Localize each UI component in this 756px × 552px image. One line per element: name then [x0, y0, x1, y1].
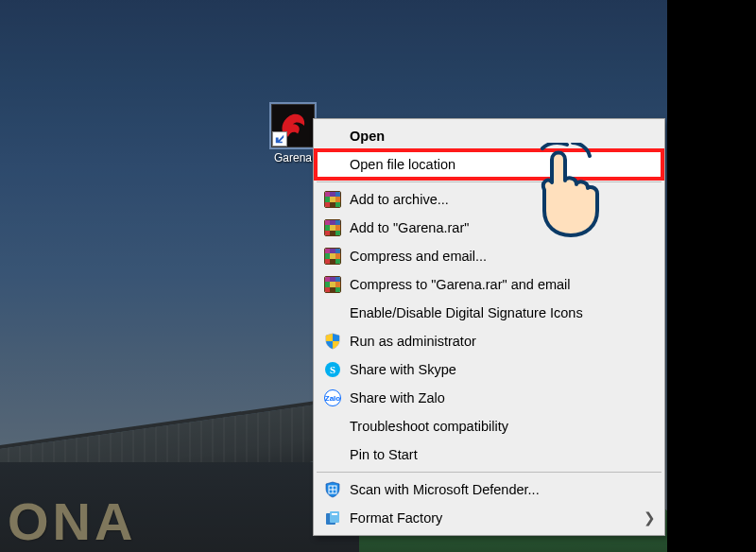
- blank-icon: [321, 155, 344, 174]
- menu-item-label: Run as administrator: [350, 334, 644, 349]
- defender-icon: [321, 480, 344, 499]
- menu-item-troubleshoot-compatibility[interactable]: Troubleshoot compatibility: [316, 412, 662, 440]
- menu-item-add-to-archive[interactable]: Add to archive...: [316, 185, 662, 214]
- blank-icon: [321, 417, 344, 436]
- svg-rect-7: [332, 513, 337, 515]
- menu-item-open-file-location[interactable]: Open file location: [316, 150, 662, 179]
- menu-item-compress-and-email[interactable]: Compress and email...: [316, 242, 662, 270]
- menu-item-toggle-signature-icons[interactable]: Enable/Disable Digital Signature Icons: [316, 299, 662, 327]
- menu-item-label: Scan with Microsoft Defender...: [350, 482, 644, 497]
- menu-item-label: Enable/Disable Digital Signature Icons: [350, 305, 644, 320]
- blank-icon: [321, 127, 344, 146]
- garena-dragon-icon: [271, 104, 315, 147]
- menu-item-label: Open: [350, 129, 644, 144]
- shortcut-overlay-arrow-icon: [272, 131, 287, 147]
- winrar-icon: [321, 190, 344, 209]
- menu-item-label: Compress and email...: [350, 249, 644, 264]
- menu-item-label: Format Factory: [350, 510, 644, 526]
- skype-icon: S: [321, 360, 344, 379]
- winrar-icon: [321, 275, 344, 294]
- menu-item-share-with-zalo[interactable]: Zalo Share with Zalo: [316, 384, 662, 412]
- menu-item-scan-with-defender[interactable]: Scan with Microsoft Defender...: [316, 475, 662, 504]
- menu-item-add-to-garena-rar[interactable]: Add to "Garena.rar": [316, 214, 662, 242]
- menu-separator: [317, 181, 662, 182]
- zalo-icon: Zalo: [321, 388, 344, 407]
- context-menu: Open Open file location Add to archive..…: [313, 118, 665, 536]
- menu-separator: [317, 472, 662, 473]
- menu-item-label: Pin to Start: [350, 447, 644, 462]
- blank-icon: [321, 303, 344, 322]
- blank-icon: [321, 445, 344, 464]
- menu-item-open[interactable]: Open: [316, 122, 662, 150]
- menu-item-format-factory[interactable]: Format Factory ❯: [316, 504, 662, 532]
- menu-item-pin-to-start[interactable]: Pin to Start: [316, 440, 662, 469]
- format-factory-icon: [321, 509, 344, 527]
- svg-rect-6: [330, 511, 339, 523]
- menu-item-run-as-administrator[interactable]: Run as administrator: [316, 327, 662, 355]
- menu-item-label: Share with Zalo: [350, 390, 644, 405]
- viewport: ONA Garena Open Open file location: [0, 0, 756, 552]
- uac-shield-icon: [321, 332, 344, 351]
- menu-item-label: Share with Skype: [350, 362, 644, 377]
- pointer-hand-annotation-icon: [524, 143, 609, 237]
- winrar-icon: [321, 218, 344, 237]
- menu-item-label: Troubleshoot compatibility: [350, 419, 644, 434]
- submenu-chevron-icon: ❯: [644, 510, 655, 526]
- menu-item-label: Compress to "Garena.rar" and email: [350, 277, 644, 292]
- menu-item-share-with-skype[interactable]: S Share with Skype: [316, 355, 662, 384]
- svg-text:S: S: [330, 364, 335, 375]
- menu-item-compress-to-garena-rar-and-email[interactable]: Compress to "Garena.rar" and email: [316, 270, 662, 299]
- winrar-icon: [321, 247, 344, 266]
